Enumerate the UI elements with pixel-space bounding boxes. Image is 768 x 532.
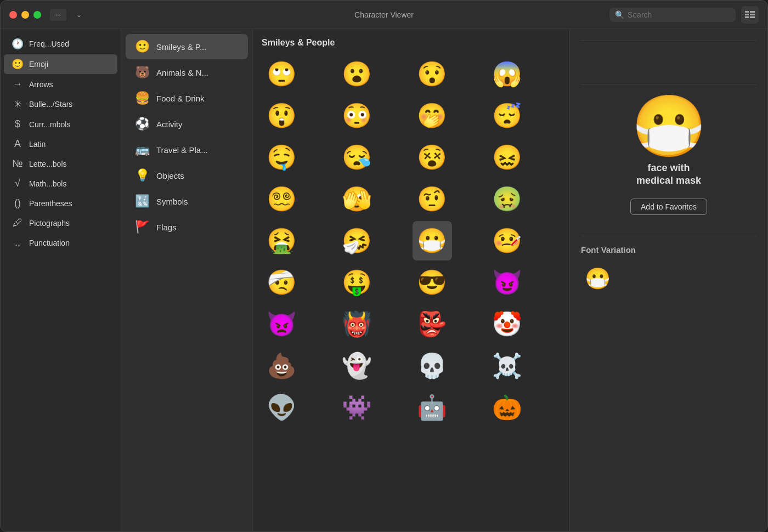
search-icon: 🔍 xyxy=(615,10,624,19)
emoji-cell[interactable]: 🤧 xyxy=(337,221,376,261)
emoji-cell[interactable]: 😯 xyxy=(413,54,452,94)
emoji-cell[interactable]: 😎 xyxy=(413,263,452,302)
character-viewer-window: ··· ⌄ Character Viewer 🔍 xyxy=(0,0,768,532)
sidebar-label-bullets-stars: Bulle.../Stars xyxy=(29,100,72,109)
grid-icon-svg xyxy=(745,11,755,19)
emoji-cell[interactable]: 👹 xyxy=(337,304,376,344)
category-item-travel-places[interactable]: 🚌 Travel & Pla... xyxy=(126,137,248,162)
emoji-cell[interactable]: 🤒 xyxy=(488,221,527,261)
emoji-cell[interactable]: 😳 xyxy=(337,96,376,135)
emoji-cell[interactable]: 💩 xyxy=(262,346,301,386)
emoji-cell[interactable]: 🤡 xyxy=(488,304,527,344)
emoji-cell[interactable]: 🤕 xyxy=(262,263,301,302)
detail-divider xyxy=(581,236,756,236)
detail-panel: 😷 face withmedical mask Add to Favorites… xyxy=(570,29,767,531)
close-button[interactable] xyxy=(9,11,17,19)
emoji-cell[interactable]: 💀 xyxy=(413,346,452,386)
category-item-objects[interactable]: 💡 Objects xyxy=(126,163,248,188)
emoji-cell[interactable]: 👺 xyxy=(413,304,452,344)
category-item-food-drink[interactable]: 🍔 Food & Drink xyxy=(126,86,248,111)
category-item-flags[interactable]: 🚩 Flags xyxy=(126,214,248,240)
sidebar-label-punctuation: Punctuation xyxy=(29,239,70,247)
emoji-cell[interactable]: 😮 xyxy=(337,54,376,94)
emoji-cell[interactable]: 😈 xyxy=(488,263,527,302)
sidebar-item-math[interactable]: √ Math...bols xyxy=(4,174,117,193)
category-icon-food-drink: 🍔 xyxy=(134,91,150,105)
sidebar-item-latin[interactable]: A Latin xyxy=(4,134,117,154)
emoji-cell[interactable]: 😵 xyxy=(413,138,452,177)
emoji-cell[interactable]: 🤑 xyxy=(337,263,376,302)
titlebar-right: 🔍 xyxy=(609,6,759,24)
emoji-cell[interactable]: 👾 xyxy=(337,388,376,427)
grid-view-button[interactable] xyxy=(741,6,759,24)
sidebar-icon-freq-used: 🕐 xyxy=(12,38,24,50)
svg-rect-1 xyxy=(750,11,755,13)
emoji-cell[interactable]: 🤖 xyxy=(413,388,452,427)
category-icon-animals-nature: 🐻 xyxy=(134,65,150,80)
emoji-cell[interactable]: 🤮 xyxy=(262,221,301,261)
emoji-cell[interactable]: 🤨 xyxy=(413,179,452,219)
sidebar-label-emoji: Emoji xyxy=(29,60,48,69)
emoji-cell[interactable]: 🤭 xyxy=(413,96,452,135)
menu-button[interactable]: ··· xyxy=(50,9,66,21)
sidebar-icon-arrows: → xyxy=(12,78,24,90)
emoji-cell[interactable]: 😪 xyxy=(337,138,376,177)
titlebar: ··· ⌄ Character Viewer 🔍 xyxy=(1,1,767,29)
search-box[interactable]: 🔍 xyxy=(609,8,736,22)
emoji-cell[interactable]: 🤤 xyxy=(262,138,301,177)
emoji-cell[interactable]: 😴 xyxy=(488,96,527,135)
font-variation-title: Font Variation xyxy=(581,245,636,254)
category-item-activity[interactable]: ⚽ Activity xyxy=(126,111,248,137)
chevron-down-icon: ⌄ xyxy=(76,11,82,19)
emoji-cell[interactable]: 😱 xyxy=(488,54,527,94)
category-icon-flags: 🚩 xyxy=(134,220,150,234)
sidebar-label-arrows: Arrows xyxy=(29,80,53,89)
sidebar-item-pictographs[interactable]: 🖊 Pictographs xyxy=(4,213,117,233)
emoji-cell[interactable]: 👻 xyxy=(337,346,376,386)
minimize-button[interactable] xyxy=(21,11,29,19)
emoji-cell[interactable]: 👽 xyxy=(262,388,301,427)
sidebar-item-punctuation[interactable]: ., Punctuation xyxy=(4,233,117,252)
sidebar-label-currency: Curr...mbols xyxy=(29,120,70,129)
emoji-cell[interactable]: 🤢 xyxy=(488,179,527,219)
categories-panel: 🙂 Smileys & P... 🐻 Animals & N... 🍔 Food… xyxy=(121,29,253,531)
ellipsis-icon: ··· xyxy=(55,11,61,19)
category-item-symbols[interactable]: 🔣 Symbols xyxy=(126,189,248,214)
emoji-cell[interactable]: 😲 xyxy=(262,96,301,135)
sidebar-item-arrows[interactable]: → Arrows xyxy=(4,75,117,94)
category-item-smileys-people[interactable]: 🙂 Smileys & P... xyxy=(126,34,248,59)
category-label-animals-nature: Animals & N... xyxy=(156,68,208,77)
sidebar-item-parentheses[interactable]: () Parentheses xyxy=(4,194,117,213)
sidebar-item-freq-used[interactable]: 🕐 Freq...Used xyxy=(4,34,117,54)
sidebar-item-emoji[interactable]: 🙂 Emoji xyxy=(4,54,117,74)
maximize-button[interactable] xyxy=(33,11,41,19)
category-icon-smileys-people: 🙂 xyxy=(134,39,150,54)
emoji-cell[interactable]: 🙄 xyxy=(262,54,301,94)
sidebar-item-letter-symbols[interactable]: № Lette...bols xyxy=(4,154,117,173)
sidebar-icon-bullets-stars: ✳ xyxy=(12,98,24,110)
emoji-cell[interactable]: 👿 xyxy=(262,304,301,344)
category-icon-symbols: 🔣 xyxy=(134,194,150,208)
emoji-grid-panel: Smileys & People 🙄😮😯😱😲😳🤭😴🤤😪😵😖😵‍💫🫣🤨🤢🤮🤧😷🤒🤕… xyxy=(253,29,570,531)
svg-rect-2 xyxy=(745,14,749,15)
svg-rect-4 xyxy=(745,16,749,18)
chevron-button[interactable]: ⌄ xyxy=(71,9,87,21)
emoji-cell[interactable]: 🎃 xyxy=(488,388,527,427)
font-variation-item[interactable]: 😷 xyxy=(581,262,614,295)
add-to-favorites-button[interactable]: Add to Favorites xyxy=(630,199,707,215)
emoji-cell[interactable]: 😖 xyxy=(488,138,527,177)
sidebar-icon-parentheses: () xyxy=(12,197,24,209)
emoji-cell[interactable]: 😵‍💫 xyxy=(262,179,301,219)
category-item-animals-nature[interactable]: 🐻 Animals & N... xyxy=(126,60,248,85)
emoji-cell[interactable]: 😷 xyxy=(413,221,452,261)
category-icon-activity: ⚽ xyxy=(134,117,150,131)
sidebar-label-letter-symbols: Lette...bols xyxy=(29,160,67,168)
search-input[interactable] xyxy=(628,10,730,19)
emoji-cell[interactable]: ☠️ xyxy=(488,346,527,386)
sidebar-item-currency[interactable]: $ Curr...mbols xyxy=(4,115,117,134)
category-label-smileys-people: Smileys & P... xyxy=(156,42,206,52)
category-label-symbols: Symbols xyxy=(156,197,188,206)
window-title: Character Viewer xyxy=(354,10,414,19)
emoji-cell[interactable]: 🫣 xyxy=(337,179,376,219)
sidebar-item-bullets-stars[interactable]: ✳ Bulle.../Stars xyxy=(4,94,117,114)
